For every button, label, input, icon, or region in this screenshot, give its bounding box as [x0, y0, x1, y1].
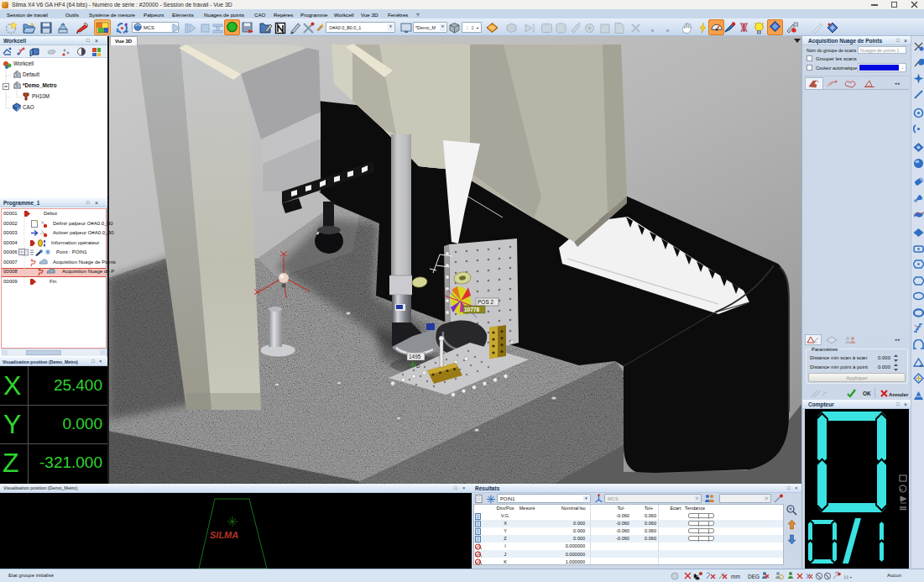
- svg-text:10778: 10778: [464, 307, 479, 312]
- svg-text:POS 2: POS 2: [478, 299, 494, 305]
- svg-text:SILMA: SILMA: [210, 530, 238, 540]
- svg-text:|-| +: |-| +: [844, 574, 852, 579]
- svg-text:D: D: [416, 364, 420, 369]
- svg-text:mm: mm: [731, 574, 740, 579]
- svg-text:DEG: DEG: [748, 574, 760, 579]
- svg-text:1495: 1495: [409, 354, 421, 359]
